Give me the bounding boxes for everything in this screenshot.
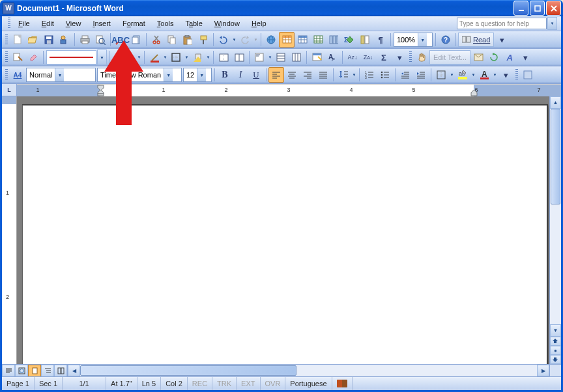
border-color-dropdown[interactable]: ▼	[162, 55, 168, 59]
cut-button[interactable]	[149, 32, 164, 48]
shading-color-dropdown[interactable]: ▼	[205, 55, 211, 59]
menu-help[interactable]: Help	[246, 18, 272, 29]
reading-layout-view-button[interactable]	[54, 365, 67, 377]
vertical-scrollbar[interactable]: ▲ ▼ ●	[549, 96, 561, 364]
hyperlink-button[interactable]	[263, 32, 279, 48]
toolbar-options-3[interactable]: ▾	[517, 49, 533, 65]
line-spacing-dropdown[interactable]: ▼	[351, 73, 357, 77]
document-page[interactable]	[22, 104, 548, 364]
columns-button[interactable]	[326, 32, 341, 48]
toolbar-grip-2[interactable]	[5, 51, 8, 63]
status-language[interactable]: Portuguese	[285, 377, 332, 390]
autosum-button[interactable]: Σ	[376, 49, 392, 65]
toolbar-grip-3[interactable]	[409, 51, 412, 63]
align-right-button[interactable]	[300, 67, 315, 83]
hand-tool-button[interactable]	[414, 49, 429, 65]
spelling-button[interactable]: ABC✔	[113, 32, 128, 48]
eraser-button[interactable]	[25, 49, 41, 65]
sort-desc-button[interactable]: ZA↓	[360, 49, 376, 65]
tab-selector[interactable]: L	[2, 84, 17, 96]
increase-indent-button[interactable]	[413, 67, 429, 83]
document-scroll-area[interactable]	[17, 96, 549, 364]
align-top-left-button[interactable]	[252, 49, 267, 65]
close-button[interactable]	[546, 1, 561, 16]
extra-button[interactable]	[520, 67, 536, 83]
bullets-button[interactable]	[377, 67, 393, 83]
style-dropdown[interactable]: ▼	[55, 68, 64, 81]
menu-view[interactable]: View	[60, 18, 87, 29]
menu-tools[interactable]: Tools	[151, 18, 180, 29]
line-weight-selector[interactable]	[111, 49, 136, 65]
paste-button[interactable]	[180, 32, 195, 48]
status-rec[interactable]: REC	[188, 377, 212, 390]
scroll-right-button[interactable]: ▶	[537, 365, 549, 376]
vertical-ruler[interactable]: 1 2	[2, 96, 17, 364]
horizontal-ruler[interactable]: 1 1 2 3 4 5 6 7	[17, 84, 561, 97]
menu-edit[interactable]: Edit	[36, 18, 60, 29]
menu-file[interactable]: File	[12, 18, 36, 29]
toolbar-grip[interactable]	[5, 34, 8, 46]
hscroll-track[interactable]	[80, 365, 537, 376]
borders-button[interactable]	[433, 67, 449, 83]
menu-format[interactable]: Format	[117, 18, 151, 29]
envelope-button[interactable]	[470, 49, 486, 65]
vscroll-thumb[interactable]	[551, 109, 560, 204]
justify-button[interactable]	[315, 67, 331, 83]
vscroll-track[interactable]	[550, 109, 561, 324]
status-ext[interactable]: EXT	[237, 377, 260, 390]
font-color-dropdown[interactable]: ▼	[492, 73, 498, 77]
split-cells-button[interactable]	[231, 49, 247, 65]
browse-object-button[interactable]: ●	[550, 346, 561, 355]
highlight-button[interactable]: ab	[455, 67, 470, 83]
show-hide-button[interactable]: ¶	[373, 32, 388, 48]
help-button[interactable]: ?	[438, 32, 454, 48]
styles-pane-button[interactable]: A4	[10, 67, 25, 83]
font-color-button[interactable]: A	[476, 67, 492, 83]
underline-button[interactable]: U	[248, 67, 264, 83]
draw-table-button[interactable]	[10, 49, 25, 65]
size-selector[interactable]: 12 ▼	[183, 68, 212, 82]
edit-text-button[interactable]: Edit Text...	[429, 50, 470, 64]
highlight-dropdown[interactable]: ▼	[470, 73, 476, 77]
merge-cells-button[interactable]	[216, 49, 231, 65]
hscroll-thumb[interactable]	[80, 365, 296, 376]
normal-view-button[interactable]	[2, 365, 15, 377]
size-dropdown[interactable]: ▼	[197, 68, 206, 81]
toolbar-options-button[interactable]: ▾	[494, 32, 510, 48]
line-weight-dropdown[interactable]: ▼	[136, 55, 142, 59]
wordart-button[interactable]: A	[502, 49, 517, 65]
scroll-down-button[interactable]: ▼	[550, 324, 561, 337]
bold-button[interactable]: B	[217, 67, 233, 83]
redo-button[interactable]	[237, 32, 253, 48]
menu-window[interactable]: Window	[209, 18, 246, 29]
zoom-selector[interactable]: 100% ▼	[394, 33, 433, 47]
docmap-button[interactable]	[357, 32, 373, 48]
shading-color-button[interactable]	[190, 49, 205, 65]
font-selector[interactable]: Times New Roman ▼	[97, 68, 182, 82]
save-button[interactable]	[41, 32, 57, 48]
line-style-dropdown[interactable]: ▼	[97, 49, 107, 65]
borders-dropdown[interactable]: ▼	[449, 73, 455, 77]
right-indent-marker[interactable]	[470, 90, 478, 96]
permission-button[interactable]	[57, 32, 72, 48]
horizontal-scrollbar[interactable]: ◀ ▶	[68, 365, 561, 376]
undo-dropdown[interactable]: ▼	[231, 38, 237, 42]
toolbar-grip-4[interactable]	[5, 69, 8, 81]
maximize-button[interactable]	[530, 1, 545, 16]
distribute-cols-button[interactable]	[289, 49, 304, 65]
toolbar-options-2[interactable]: ▾	[392, 49, 407, 65]
status-spellcheck-icon[interactable]	[332, 377, 353, 390]
research-button[interactable]	[128, 32, 144, 48]
insert-table-button[interactable]	[295, 32, 310, 48]
status-ovr[interactable]: OVR	[261, 377, 286, 390]
status-trk[interactable]: TRK	[212, 377, 237, 390]
line-spacing-button[interactable]	[336, 67, 351, 83]
toolbar-options-4[interactable]: ▾	[498, 67, 513, 83]
line-style-selector[interactable]	[46, 50, 96, 64]
excel-button[interactable]	[310, 32, 326, 48]
menu-table[interactable]: Table	[179, 18, 208, 29]
align-center-button[interactable]	[284, 67, 300, 83]
tables-borders-button[interactable]	[279, 32, 295, 48]
print-preview-button[interactable]	[93, 32, 108, 48]
next-page-button[interactable]	[550, 355, 561, 364]
